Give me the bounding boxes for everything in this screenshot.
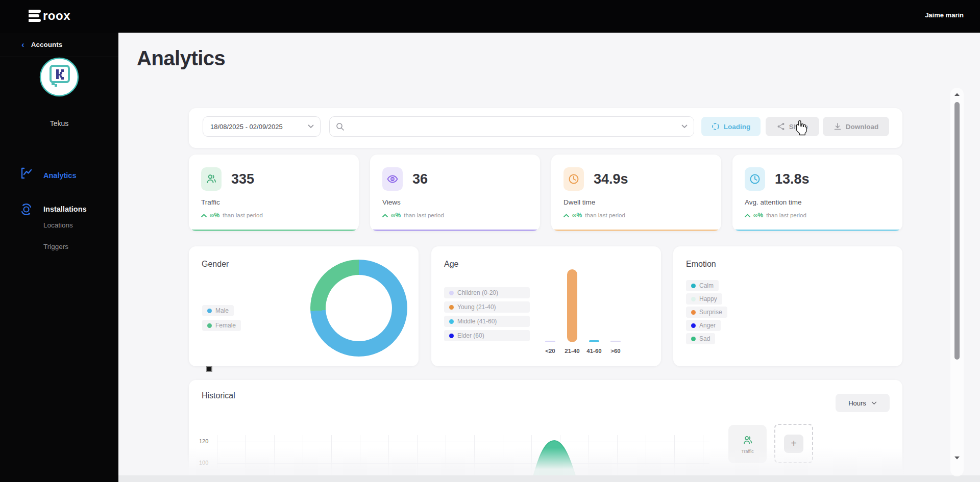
stat-value: 34.9s xyxy=(594,171,628,187)
back-to-accounts[interactable]: ‹ Accounts xyxy=(0,33,118,57)
age-bar-column xyxy=(610,341,621,342)
broox-logo[interactable]: roox xyxy=(29,9,70,23)
add-series-button[interactable]: + xyxy=(784,435,803,453)
legend-elder[interactable]: Elder (60) xyxy=(444,330,530,341)
bottom-strip xyxy=(118,475,980,482)
page-scrollbar[interactable] xyxy=(950,88,964,476)
card-accent-bar xyxy=(551,230,721,231)
chevron-left-icon: ‹ xyxy=(21,40,24,49)
account-name: Tekus xyxy=(0,119,118,128)
sidebar-item-analytics[interactable]: Analytics xyxy=(0,166,118,185)
add-series-dropzone: + xyxy=(774,424,813,463)
young-dot-icon xyxy=(449,305,454,310)
legend-label: Young (21-40) xyxy=(457,303,496,311)
legend-children[interactable]: Children (0-20) xyxy=(444,287,530,298)
happy-dot-icon xyxy=(691,297,696,301)
loading-button[interactable]: Loading xyxy=(701,117,761,136)
legend-middle[interactable]: Middle (41-60) xyxy=(444,316,530,327)
topbar: roox Jaime marin xyxy=(0,0,980,33)
back-label: Accounts xyxy=(31,41,63,48)
chevron-down-icon xyxy=(308,124,314,129)
chevron-down-icon xyxy=(871,401,877,405)
age-axis-label: 41-60 xyxy=(586,348,601,354)
search-box[interactable] xyxy=(329,116,694,137)
trend-text: than last period xyxy=(404,212,444,218)
legend-label: Children (0-20) xyxy=(457,289,498,296)
scroll-down-icon[interactable] xyxy=(954,456,960,460)
download-label: Download xyxy=(846,123,879,131)
interval-select[interactable]: Hours xyxy=(836,394,890,412)
stat-card-views: 36 Views ∞% than last period xyxy=(370,155,540,231)
children-dot-icon xyxy=(449,291,454,295)
share-label: Share xyxy=(789,123,808,131)
date-range-select[interactable]: 18/08/2025 - 02/09/2025 xyxy=(203,116,321,137)
legend-sad[interactable]: Sad xyxy=(686,333,715,344)
gender-card: Gender Male Female xyxy=(189,246,419,366)
account-avatar[interactable] xyxy=(39,57,79,97)
scroll-up-icon[interactable] xyxy=(954,92,960,96)
trend-text: than last period xyxy=(766,212,806,218)
legend-label: Anger xyxy=(699,322,716,329)
legend-label: Female xyxy=(215,322,236,329)
anger-dot-icon xyxy=(691,323,696,328)
sync-icon xyxy=(19,202,33,216)
interval-value: Hours xyxy=(848,399,866,407)
stat-label: Avg. attention time xyxy=(745,198,890,206)
search-input[interactable] xyxy=(349,123,677,131)
nav-label-analytics: Analytics xyxy=(43,171,76,180)
chevron-down-icon[interactable] xyxy=(681,124,688,129)
card-accent-bar xyxy=(370,230,540,231)
stat-value: 335 xyxy=(231,171,254,187)
legend-surprise[interactable]: Surprise xyxy=(686,307,727,318)
female-dot-icon xyxy=(207,323,212,328)
stat-label: Dwell time xyxy=(564,198,709,206)
tekus-logo-icon xyxy=(39,57,79,97)
historical-card: Historical Hours 120 100 Traffic + xyxy=(189,380,902,482)
y-tick: 120 xyxy=(199,438,208,444)
age-axis-label: 21-40 xyxy=(565,348,579,354)
stat-value: 13.8s xyxy=(775,171,810,187)
people-icon xyxy=(201,167,222,191)
card-accent-bar xyxy=(189,230,359,231)
legend-male[interactable]: Male xyxy=(202,305,234,316)
middle-dot-icon xyxy=(449,319,454,324)
legend-happy[interactable]: Happy xyxy=(686,293,722,305)
broox-logo-b-icon xyxy=(29,10,41,22)
legend-label: Sad xyxy=(699,335,710,342)
download-button[interactable]: Download xyxy=(823,117,889,136)
trend-percent: ∞% xyxy=(753,212,763,219)
legend-label: Elder (60) xyxy=(457,332,484,339)
share-button[interactable]: Share xyxy=(766,117,819,136)
caret-up-icon xyxy=(564,214,569,217)
clock-icon xyxy=(745,167,765,191)
gender-donut xyxy=(310,260,407,357)
legend-calm[interactable]: Calm xyxy=(686,280,719,291)
legend-label: Happy xyxy=(699,295,717,302)
stat-card-traffic: 335 Traffic ∞% than last period xyxy=(189,155,359,231)
loading-label: Loading xyxy=(724,123,751,131)
legend-label: Calm xyxy=(699,282,714,289)
caret-up-icon xyxy=(201,214,207,217)
legend-anger[interactable]: Anger xyxy=(686,320,721,331)
series-chip-traffic[interactable]: Traffic xyxy=(728,425,767,463)
age-bar xyxy=(545,341,555,342)
card-accent-bar xyxy=(732,230,902,231)
legend-label: Male xyxy=(215,307,229,314)
spinner-icon xyxy=(712,122,720,131)
clock-icon xyxy=(564,167,584,191)
user-menu[interactable]: Jaime marin xyxy=(925,11,964,19)
stat-card-attention-time: 13.8s Avg. attention time ∞% than last p… xyxy=(732,155,902,231)
sidebar-item-locations[interactable]: Locations xyxy=(43,221,73,229)
stat-label: Views xyxy=(382,198,528,206)
age-bar xyxy=(589,340,599,342)
logo-text: roox xyxy=(43,9,70,23)
historical-title: Historical xyxy=(202,391,235,400)
legend-female[interactable]: Female xyxy=(202,320,241,331)
sidebar-item-installations[interactable]: Installations xyxy=(0,200,118,218)
sidebar-item-triggers[interactable]: Triggers xyxy=(43,243,68,250)
trend-text: than last period xyxy=(223,212,263,218)
elder-dot-icon xyxy=(449,334,454,338)
legend-young[interactable]: Young (21-40) xyxy=(444,301,530,313)
gender-title: Gender xyxy=(202,260,229,269)
scrollbar-thumb[interactable] xyxy=(954,102,960,360)
